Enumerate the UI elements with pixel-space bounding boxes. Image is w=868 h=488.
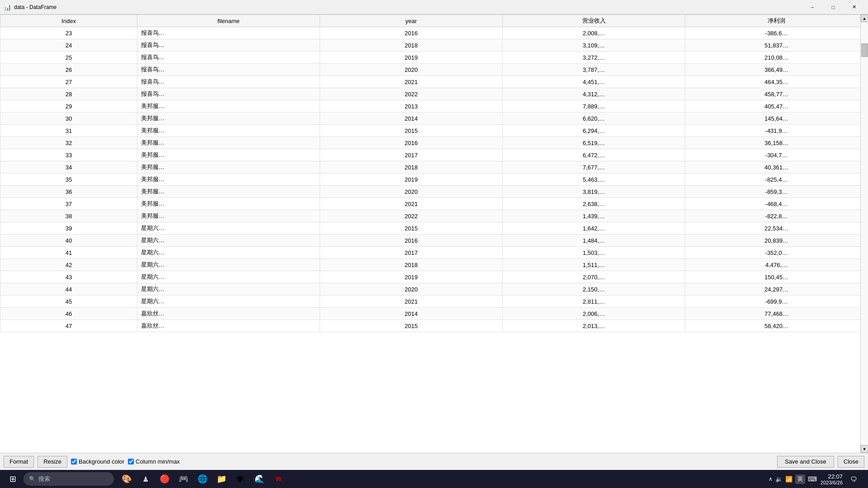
taskbar-apps: 🎨 ♟ 🔴 🎮 🌐 📁 🕷 🌊 W bbox=[118, 472, 288, 486]
wifi-icon[interactable]: 📶 bbox=[785, 476, 793, 483]
volume-icon[interactable]: 🔉 bbox=[775, 476, 783, 483]
steam-icon: ♟ bbox=[142, 475, 149, 483]
clock-date: 2023/6/26 bbox=[821, 480, 843, 485]
cell-revenue: 3,109,… bbox=[503, 39, 685, 52]
close-window-button[interactable]: ✕ bbox=[844, 0, 864, 14]
cell-index: 42 bbox=[0, 259, 137, 271]
cell-index: 30 bbox=[0, 113, 137, 125]
notification-button[interactable]: 🗨 bbox=[846, 472, 861, 486]
table-header-row: Index filename year 营业收入 净利润 bbox=[0, 15, 868, 27]
cell-profit: 366,49… bbox=[685, 64, 868, 76]
cell-year: 2017 bbox=[320, 149, 503, 161]
table-row: 41 星期六… 2017 1,503,… -352,0… bbox=[0, 247, 868, 259]
cell-profit: -431,9… bbox=[685, 125, 868, 137]
cell-year: 2019 bbox=[320, 271, 503, 283]
lang-indicator[interactable]: 英 bbox=[795, 474, 805, 484]
taskbar-app-steam[interactable]: ♟ bbox=[137, 472, 155, 486]
cell-revenue: 1,503,… bbox=[503, 247, 685, 259]
cell-revenue: 1,439,… bbox=[503, 210, 685, 222]
cell-filename: 美邦服… bbox=[137, 149, 320, 161]
cell-index: 40 bbox=[0, 235, 137, 247]
folder-icon: 📁 bbox=[217, 474, 226, 484]
taskbar-app-folder[interactable]: 📁 bbox=[212, 472, 231, 486]
cell-profit: 22,534… bbox=[685, 222, 868, 235]
cell-profit: -352,0… bbox=[685, 247, 868, 259]
scroll-up-button[interactable]: ▲ bbox=[861, 14, 868, 22]
cell-revenue: 2,150,… bbox=[503, 283, 685, 296]
cell-filename: 报喜鸟… bbox=[137, 52, 320, 64]
cell-revenue: 3,819,… bbox=[503, 186, 685, 198]
cell-profit: -304,7… bbox=[685, 149, 868, 161]
cell-profit: 20,839… bbox=[685, 235, 868, 247]
cell-profit: -825,4… bbox=[685, 174, 868, 186]
titlebar: 📊 data - DataFrame − □ ✕ bbox=[0, 0, 868, 14]
save-close-button[interactable]: Save and Close bbox=[777, 456, 834, 468]
cell-revenue: 6,472,… bbox=[503, 149, 685, 161]
minimize-button[interactable]: − bbox=[802, 0, 823, 14]
cell-filename: 美邦服… bbox=[137, 125, 320, 137]
chevron-up-icon[interactable]: ∧ bbox=[769, 476, 773, 482]
cell-revenue: 2,638,… bbox=[503, 198, 685, 210]
table-row: 34 美邦服… 2018 7,677,… 40,361… bbox=[0, 161, 868, 174]
cell-index: 32 bbox=[0, 137, 137, 149]
col-header-filename: filename bbox=[137, 15, 320, 27]
resize-button[interactable]: Resize bbox=[38, 456, 67, 468]
cell-profit: 51,837… bbox=[685, 39, 868, 52]
cell-year: 2016 bbox=[320, 235, 503, 247]
data-table: Index filename year 营业收入 净利润 23 报喜鸟… 201… bbox=[0, 14, 868, 332]
cell-index: 35 bbox=[0, 174, 137, 186]
cell-profit: 405,47… bbox=[685, 100, 868, 113]
keyboard-icon[interactable]: ⌨ bbox=[808, 475, 817, 483]
cell-profit: 145,64… bbox=[685, 113, 868, 125]
scroll-track[interactable] bbox=[861, 22, 868, 445]
col-header-year: year bbox=[320, 15, 503, 27]
taskbar-app-wps[interactable]: W bbox=[269, 472, 288, 486]
cell-revenue: 4,451,… bbox=[503, 76, 685, 88]
scroll-thumb[interactable] bbox=[861, 43, 868, 57]
taskbar-search-text: 搜索 bbox=[38, 475, 50, 483]
cell-revenue: 5,463,… bbox=[503, 174, 685, 186]
column-minmax-checkbox[interactable] bbox=[128, 459, 134, 465]
vertical-scrollbar[interactable]: ▲ ▼ bbox=[860, 14, 868, 453]
format-button[interactable]: Format bbox=[4, 456, 34, 468]
col-header-profit: 净利润 bbox=[685, 15, 868, 27]
scroll-down-button[interactable]: ▼ bbox=[861, 445, 868, 453]
cell-profit: 24,297… bbox=[685, 283, 868, 296]
cell-profit: 58,420… bbox=[685, 320, 868, 332]
column-minmax-label: Column min/max bbox=[136, 458, 180, 465]
taskbar-app-game[interactable]: 🎮 bbox=[175, 472, 193, 486]
cell-year: 2020 bbox=[320, 64, 503, 76]
taskbar-app-red[interactable]: 🔴 bbox=[156, 472, 174, 486]
cell-year: 2021 bbox=[320, 296, 503, 308]
cell-revenue: 7,677,… bbox=[503, 161, 685, 174]
close-button[interactable]: Close bbox=[838, 456, 864, 468]
cell-filename: 美邦服… bbox=[137, 100, 320, 113]
cell-filename: 美邦服… bbox=[137, 186, 320, 198]
cell-year: 2016 bbox=[320, 137, 503, 149]
cell-revenue: 6,294,… bbox=[503, 125, 685, 137]
table-row: 44 星期六… 2020 2,150,… 24,297… bbox=[0, 283, 868, 296]
start-button[interactable]: ⊞ bbox=[4, 472, 22, 486]
table-row: 46 嘉欣丝… 2014 2,006,… 77,468… bbox=[0, 308, 868, 320]
taskbar-clock[interactable]: 22:07 2023/6/26 bbox=[821, 473, 843, 485]
taskbar-app-spider[interactable]: 🕷 bbox=[231, 472, 250, 486]
table-wrapper[interactable]: Index filename year 营业收入 净利润 23 报喜鸟… 201… bbox=[0, 14, 868, 453]
background-color-checkbox[interactable] bbox=[71, 459, 77, 465]
maximize-button[interactable]: □ bbox=[823, 0, 844, 14]
cell-profit: 36,158… bbox=[685, 137, 868, 149]
cell-year: 2014 bbox=[320, 308, 503, 320]
background-color-checkbox-label[interactable]: Background color bbox=[71, 458, 124, 465]
table-row: 40 星期六… 2016 1,484,… 20,839… bbox=[0, 235, 868, 247]
cell-profit: 77,468… bbox=[685, 308, 868, 320]
cell-profit: 210,08… bbox=[685, 52, 868, 64]
cell-revenue: 3,787,… bbox=[503, 64, 685, 76]
taskbar-app-edge[interactable]: 🌊 bbox=[250, 472, 269, 486]
taskbar-app-colorpicker[interactable]: 🎨 bbox=[118, 472, 136, 486]
cell-profit: -859,3… bbox=[685, 186, 868, 198]
table-row: 29 美邦服… 2013 7,889,… 405,47… bbox=[0, 100, 868, 113]
column-minmax-checkbox-label[interactable]: Column min/max bbox=[128, 458, 180, 465]
taskbar-search[interactable]: 🔍 搜索 bbox=[24, 472, 114, 486]
titlebar-title: data - DataFrame bbox=[14, 4, 802, 10]
taskbar-app-chrome[interactable]: 🌐 bbox=[193, 472, 212, 486]
cell-year: 2015 bbox=[320, 320, 503, 332]
